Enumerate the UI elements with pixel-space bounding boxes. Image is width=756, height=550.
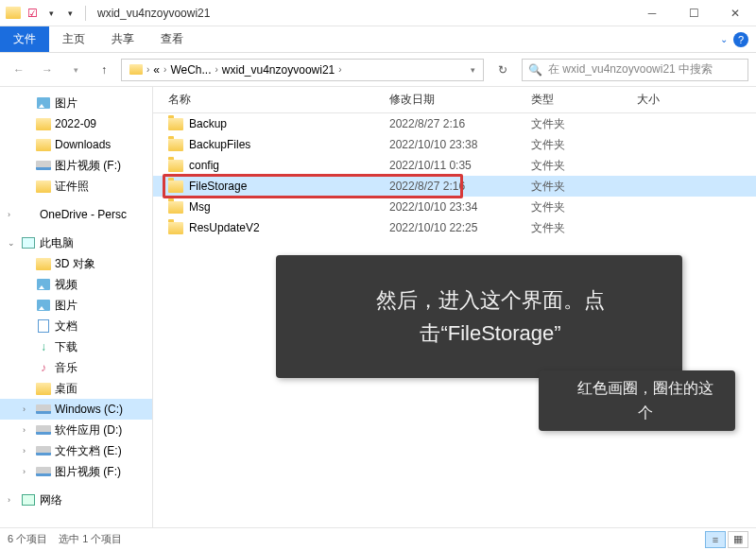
- sidebar-item[interactable]: ›OneDrive - Persc: [0, 204, 152, 225]
- file-row[interactable]: BackupFiles2022/10/10 23:38文件夹: [153, 134, 756, 155]
- search-input[interactable]: 🔍 在 wxid_vu4nzoyvoowi21 中搜索: [522, 59, 748, 81]
- titlebar: ☑ ▾ ▾ wxid_vu4nzoyvoowi21 ─ ☐ ✕: [0, 0, 756, 26]
- file-type: 文件夹: [531, 137, 637, 153]
- tab-home[interactable]: 主页: [49, 26, 98, 52]
- breadcrumb-seg[interactable]: «: [149, 63, 163, 77]
- sidebar-item[interactable]: ↓下载: [0, 336, 152, 357]
- breadcrumb-seg[interactable]: wxid_vu4nzoyvoowi21: [218, 63, 338, 77]
- navigation-pane[interactable]: 图片2022-09Downloads图片视频 (F:)证件照›OneDrive …: [0, 87, 153, 527]
- file-name: Msg: [189, 200, 211, 214]
- sidebar-item[interactable]: ›软件应用 (D:): [0, 420, 152, 440]
- sidebar-item[interactable]: 视频: [0, 274, 152, 295]
- sidebar-item-label: OneDrive - Persc: [40, 208, 127, 221]
- file-type: 文件夹: [531, 220, 637, 236]
- drive-icon: [36, 464, 51, 479]
- music-icon: ♪: [36, 360, 51, 375]
- ribbon-help[interactable]: ⌄ ?: [720, 26, 756, 52]
- down-icon: ↓: [36, 339, 51, 354]
- file-date: 2022/10/10 22:25: [389, 221, 531, 234]
- col-date[interactable]: 修改日期: [389, 92, 531, 108]
- sidebar-item[interactable]: ♪音乐: [0, 357, 152, 378]
- file-row[interactable]: FileStorage2022/8/27 2:16文件夹: [153, 176, 756, 197]
- sidebar-item-label: 图片: [55, 298, 77, 314]
- tab-share[interactable]: 共享: [98, 26, 147, 52]
- file-row[interactable]: Msg2022/10/10 23:34文件夹: [153, 197, 756, 217]
- drive-icon: [36, 158, 51, 173]
- sidebar-item-label: 3D 对象: [55, 256, 95, 272]
- forward-button[interactable]: →: [36, 59, 59, 81]
- pic-icon: [36, 95, 51, 111]
- annotation-text: 然后，进入这个界面。点击“FileStorage”: [323, 284, 658, 350]
- sidebar-item[interactable]: Downloads: [0, 134, 152, 155]
- file-row[interactable]: config2022/10/11 0:35文件夹: [153, 155, 756, 176]
- chevron-icon[interactable]: ›: [23, 404, 32, 414]
- details-view-button[interactable]: ≡: [705, 531, 726, 548]
- icons-view-button[interactable]: ▦: [728, 531, 748, 548]
- sidebar-item-label: 图片: [55, 95, 77, 112]
- breadcrumb-seg[interactable]: WeCh...: [166, 63, 215, 77]
- sidebar-item[interactable]: ›Windows (C:): [0, 399, 152, 420]
- chevron-right-icon[interactable]: ›: [338, 64, 341, 75]
- col-size[interactable]: 大小: [637, 92, 756, 108]
- folder-icon: [36, 256, 51, 271]
- sidebar-item[interactable]: ›网络: [0, 490, 152, 510]
- checkbox-icon[interactable]: ☑: [25, 6, 40, 21]
- overflow-icon[interactable]: ▾: [62, 6, 77, 21]
- pc-icon: [21, 235, 36, 250]
- sidebar-item-label: 下载: [55, 339, 77, 355]
- sidebar-item-label: 图片视频 (F:): [55, 464, 121, 480]
- cloud-icon: [21, 207, 36, 222]
- recent-button[interactable]: ▾: [64, 59, 87, 81]
- breadcrumb-seg[interactable]: [126, 64, 146, 75]
- address-bar: ← → ▾ ↑ › « › WeCh... › wxid_vu4nzoyvoow…: [0, 53, 756, 87]
- chevron-icon[interactable]: ›: [23, 467, 32, 476]
- sidebar-item[interactable]: 2022-09: [0, 113, 152, 134]
- chevron-icon[interactable]: ›: [8, 210, 17, 219]
- back-button[interactable]: ←: [8, 59, 30, 81]
- window-title: wxid_vu4nzoyvoowi21: [97, 7, 210, 20]
- col-name[interactable]: 名称: [168, 92, 389, 108]
- chevron-icon[interactable]: ⌄: [8, 238, 17, 248]
- file-name: FileStorage: [189, 180, 247, 193]
- sidebar-item[interactable]: ›文件文档 (E:): [0, 440, 152, 461]
- up-button[interactable]: ↑: [93, 59, 115, 81]
- chevron-icon[interactable]: ›: [23, 446, 32, 455]
- help-icon[interactable]: ?: [733, 32, 748, 47]
- file-date: 2022/10/10 23:38: [389, 138, 531, 151]
- refresh-button[interactable]: ↻: [490, 59, 516, 81]
- sidebar-item[interactable]: ›图片视频 (F:): [0, 461, 152, 482]
- file-row[interactable]: ResUpdateV22022/10/10 22:25文件夹: [153, 217, 756, 238]
- dropdown-icon[interactable]: ▾: [471, 65, 479, 75]
- sidebar-item[interactable]: 图片: [0, 93, 152, 113]
- file-date: 2022/8/27 2:16: [389, 180, 531, 193]
- maximize-button[interactable]: ☐: [673, 0, 714, 26]
- sidebar-item-label: 音乐: [55, 360, 77, 376]
- sidebar-item[interactable]: 文档: [0, 316, 152, 336]
- col-type[interactable]: 类型: [531, 92, 637, 108]
- chevron-icon[interactable]: ›: [23, 425, 32, 435]
- sidebar-item[interactable]: 桌面: [0, 378, 152, 399]
- sidebar-item[interactable]: 3D 对象: [0, 253, 152, 274]
- pic-icon: [36, 298, 51, 313]
- chevron-down-icon[interactable]: ⌄: [720, 34, 728, 44]
- sidebar-item[interactable]: 图片视频 (F:): [0, 155, 152, 176]
- breadcrumb[interactable]: › « › WeCh... › wxid_vu4nzoyvoowi21 › ▾: [121, 59, 484, 81]
- chevron-icon[interactable]: ›: [8, 495, 17, 505]
- folder-icon: [36, 179, 51, 194]
- status-bar: 6 个项目 选中 1 个项目 ≡ ▦: [0, 527, 756, 550]
- file-type: 文件夹: [531, 199, 637, 215]
- column-headers[interactable]: 名称 修改日期 类型 大小: [153, 87, 756, 113]
- annotation-text: 红色画圈，圈住的这个: [571, 376, 720, 424]
- status-selection: 选中 1 个项目: [59, 532, 122, 546]
- sidebar-item-label: 文件文档 (E:): [55, 443, 122, 459]
- sidebar-item[interactable]: ⌄此电脑: [0, 232, 152, 253]
- pic-icon: [36, 277, 51, 292]
- minimize-button[interactable]: ─: [631, 0, 673, 26]
- close-button[interactable]: ✕: [714, 0, 756, 26]
- tab-file[interactable]: 文件: [0, 26, 49, 52]
- down-icon[interactable]: ▾: [43, 6, 59, 21]
- sidebar-item[interactable]: 图片: [0, 295, 152, 316]
- file-row[interactable]: Backup2022/8/27 2:16文件夹: [153, 113, 756, 134]
- tab-view[interactable]: 查看: [147, 26, 197, 52]
- sidebar-item[interactable]: 证件照: [0, 176, 152, 197]
